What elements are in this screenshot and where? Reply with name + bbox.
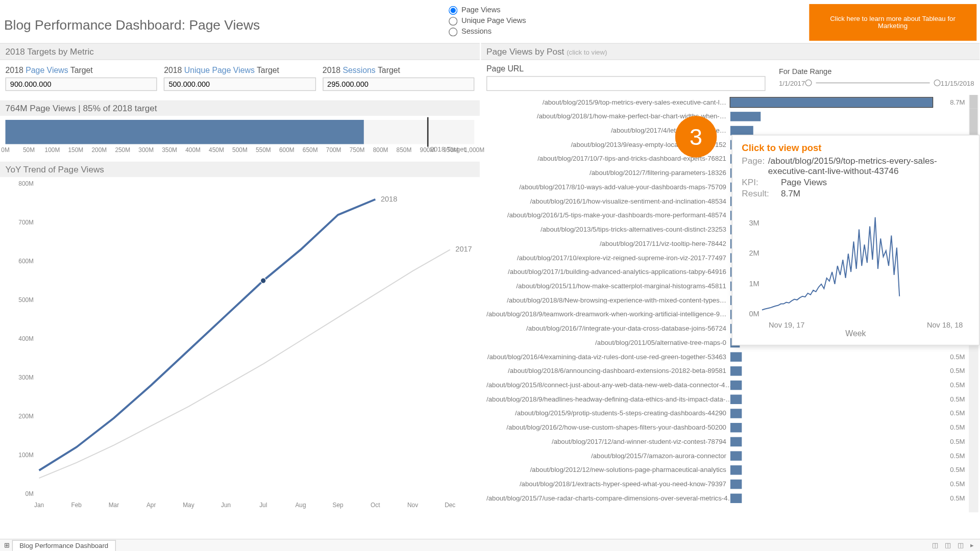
- post-row[interactable]: /about/blog/2018/1/how-make-perfect-bar-…: [486, 109, 979, 123]
- svg-point-23: [260, 278, 266, 284]
- svg-text:Jan: Jan: [34, 502, 44, 509]
- marketing-cta-button[interactable]: Click here to learn more about Tableau f…: [809, 4, 976, 40]
- svg-text:Oct: Oct: [371, 502, 380, 509]
- target-input-pv[interactable]: [6, 78, 157, 91]
- progress-header: 764M Page Views | 85% of 2018 target: [0, 101, 480, 116]
- target-label-pv: 2018 Page Views Target: [6, 65, 157, 74]
- footer-icon-2[interactable]: ◫: [945, 541, 951, 549]
- slider-thumb-end[interactable]: [934, 80, 940, 86]
- radio-unique-page-views[interactable]: Unique Page Views: [449, 15, 526, 26]
- post-row[interactable]: /about/blog/2018/1/extracts-hyper-speed-…: [486, 477, 979, 491]
- page-title: Blog Performance Dashboard: Page Views: [4, 4, 260, 33]
- post-row[interactable]: /about/blog/2015/7/use-radar-charts-comp…: [486, 491, 979, 505]
- sheet-tab[interactable]: Blog Performance Dashboard: [12, 540, 116, 550]
- url-input[interactable]: [486, 76, 765, 91]
- target-label-upv: 2018 Unique Page Views Target: [164, 65, 315, 74]
- footer: ⊞ Blog Performance Dashboard ◫ ◫ ◫ ▸: [0, 539, 980, 551]
- slider-thumb-start[interactable]: [805, 80, 812, 86]
- svg-text:Aug: Aug: [295, 502, 306, 509]
- date-range-slider[interactable]: 1/1/2017 11/15/2018: [779, 78, 974, 87]
- svg-text:Nov: Nov: [407, 502, 418, 509]
- trend-header: YoY Trend of Page Views: [0, 162, 480, 177]
- post-row[interactable]: /about/blog/2016/4/examining-data-viz-ru…: [486, 349, 979, 364]
- targets-section-header: 2018 Targets by Metric: [0, 43, 480, 60]
- svg-text:May: May: [183, 502, 194, 509]
- post-row[interactable]: /about/blog/2015/9/protip-students-5-ste…: [486, 406, 979, 420]
- date-range-label: For Date Range: [779, 67, 974, 76]
- svg-text:Jul: Jul: [259, 502, 267, 509]
- svg-text:400M: 400M: [18, 335, 34, 342]
- metric-selector[interactable]: Page Views Unique Page Views Sessions: [449, 4, 526, 36]
- svg-text:100M: 100M: [18, 452, 34, 459]
- svg-text:Dec: Dec: [445, 502, 455, 509]
- svg-text:800M: 800M: [18, 180, 34, 187]
- callout-badge: 3: [675, 116, 717, 158]
- svg-text:600M: 600M: [18, 258, 34, 265]
- bullet-axis: 0M50M100M150M200M250M300M350M400M450M500…: [6, 147, 475, 156]
- svg-text:2M: 2M: [749, 249, 759, 257]
- tooltip-sparkline: 0M1M2M3M: [742, 204, 903, 318]
- target-input-sessions[interactable]: [323, 78, 474, 91]
- svg-text:500M: 500M: [18, 296, 34, 304]
- svg-text:0M: 0M: [26, 490, 34, 497]
- footer-icon-3[interactable]: ◫: [958, 541, 964, 549]
- tooltip-title: Click to view post: [742, 142, 969, 153]
- post-row[interactable]: /about/blog/2018/9/headlines-headway-def…: [486, 392, 979, 406]
- footer-icon-1[interactable]: ◫: [932, 541, 938, 549]
- post-row[interactable]: /about/blog/2017/12/and-winner-student-v…: [486, 434, 979, 448]
- post-row[interactable]: /about/blog/2015/9/top-metrics-every-sal…: [486, 95, 979, 109]
- footer-icon-4[interactable]: ▸: [970, 541, 974, 549]
- svg-text:300M: 300M: [18, 374, 34, 381]
- trend-chart[interactable]: 0M100M200M300M400M500M600M700M800MJanFeb…: [6, 177, 477, 514]
- svg-text:3M: 3M: [749, 219, 759, 227]
- svg-text:2017: 2017: [455, 245, 472, 253]
- post-row[interactable]: /about/blog/2015/8/connect-just-about-an…: [486, 378, 979, 392]
- bullet-chart[interactable]: 2018 Target: [6, 120, 475, 144]
- svg-text:Sep: Sep: [333, 502, 344, 509]
- post-row[interactable]: /about/blog/2012/12/new-solutions-page-p…: [486, 463, 979, 477]
- svg-text:1M: 1M: [749, 280, 759, 288]
- svg-text:2018: 2018: [381, 195, 397, 203]
- scroll-up[interactable]: [969, 95, 977, 108]
- svg-text:200M: 200M: [18, 413, 34, 420]
- url-label: Page URL: [486, 64, 765, 73]
- post-row[interactable]: /about/blog/2016/2/how-use-custom-shapes…: [486, 420, 979, 435]
- svg-text:Jun: Jun: [221, 502, 231, 509]
- radio-page-views[interactable]: Page Views: [449, 4, 526, 15]
- radio-sessions[interactable]: Sessions: [449, 26, 526, 36]
- target-input-upv[interactable]: [164, 78, 315, 91]
- posts-section-header: Page Views by Post (click to view): [481, 43, 979, 60]
- target-label-sessions: 2018 Sessions Target: [323, 65, 474, 74]
- svg-text:700M: 700M: [18, 219, 34, 226]
- datasource-icon[interactable]: ⊞: [4, 541, 10, 549]
- svg-text:Mar: Mar: [109, 502, 119, 509]
- post-row[interactable]: /about/blog/2018/6/announcing-dashboard-…: [486, 364, 979, 378]
- viz-tooltip: Click to view post Page:/about/blog/2015…: [732, 135, 980, 345]
- svg-text:Feb: Feb: [71, 502, 82, 509]
- svg-text:0M: 0M: [749, 310, 759, 318]
- svg-text:Apr: Apr: [146, 502, 156, 509]
- post-row[interactable]: /about/blog/2015/7/amazon-aurora-connect…: [486, 448, 979, 463]
